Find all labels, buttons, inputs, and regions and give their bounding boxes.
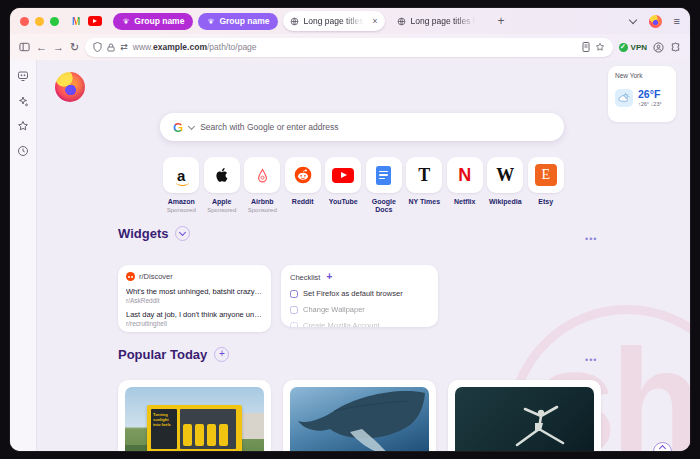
search-bar[interactable]: G — [160, 113, 564, 141]
wikipedia-icon: W — [496, 166, 514, 184]
shortcut-ny-times[interactable]: T NY Times — [404, 157, 445, 214]
youtube-pinned-tab-icon[interactable] — [88, 16, 102, 26]
checklist-item[interactable]: Set Firefox as default browser — [290, 289, 429, 298]
close-window-button[interactable] — [20, 17, 29, 26]
tab-bar: M Group name Group name Long page titles… — [10, 8, 690, 34]
widgets-collapse-button[interactable] — [175, 226, 190, 241]
apple-icon — [214, 166, 230, 184]
tab-group-violet[interactable]: Group name — [198, 13, 278, 30]
partly-cloudy-icon — [615, 89, 633, 107]
shortcut-apple[interactable]: Apple Sponsored — [202, 157, 243, 214]
firefox-menu-icon[interactable] — [649, 15, 662, 28]
list-all-tabs-icon[interactable] — [628, 16, 636, 24]
tab-inactive[interactable]: Long page titles fade off — [390, 11, 486, 31]
popular-card-dancer[interactable] — [448, 380, 601, 451]
account-icon[interactable] — [653, 42, 664, 53]
shortcut-wikipedia[interactable]: W Wikipedia — [485, 157, 526, 214]
back-button[interactable]: ← — [36, 42, 47, 53]
popular-card-whale[interactable] — [283, 380, 436, 451]
airbnb-icon — [254, 167, 271, 184]
main-area: sh New York 26°F ↑26° ↓23° G — [10, 60, 690, 451]
bookmark-star-icon[interactable] — [595, 42, 605, 52]
amazon-icon: a — [177, 168, 185, 183]
minimize-window-button[interactable] — [35, 17, 44, 26]
shortcut-youtube[interactable]: YouTube — [323, 157, 364, 214]
bookmarks-icon[interactable] — [17, 120, 29, 132]
tab-group-icon — [122, 17, 130, 25]
tab-group-label: Group name — [219, 16, 269, 26]
chevron-down-icon — [179, 229, 186, 236]
popular-more-options-icon[interactable]: ••• — [585, 355, 597, 365]
etsy-icon: E — [535, 164, 557, 186]
reddit-discover-widget[interactable]: r/Discover Wht's the most unhinged, bats… — [118, 265, 271, 332]
browser-window: M Group name Group name Long page titles… — [10, 8, 690, 451]
reload-button[interactable]: ↻ — [70, 42, 79, 53]
shortcut-etsy[interactable]: E Etsy — [526, 157, 567, 214]
checklist-item[interactable]: Create Mozilla Account — [290, 321, 429, 327]
checklist-item[interactable]: Change Wallpaper — [290, 305, 429, 314]
plus-icon: + — [219, 349, 225, 359]
widgets-more-options-icon[interactable]: ••• — [585, 234, 597, 244]
sparkle-icon[interactable] — [17, 95, 29, 107]
checkbox[interactable] — [290, 306, 298, 314]
reddit-post[interactable]: Last day at job, I don't think anyone un… — [126, 310, 263, 327]
navbar-right-icons: ✓ VPN — [619, 42, 681, 53]
popular-card-solar[interactable]: Turning sunlight into fuels — [118, 380, 271, 451]
checklist-widget[interactable]: Checklist + Set Firefox as default brows… — [281, 265, 438, 327]
shortcut-google-docs[interactable]: Google Docs — [364, 157, 405, 214]
lock-icon[interactable] — [107, 43, 115, 52]
hamburger-menu-icon[interactable]: ≡ — [674, 15, 680, 27]
tab-active[interactable]: Long page titles fade off × — [283, 11, 385, 31]
extensions-icon[interactable] — [670, 42, 681, 53]
forward-button[interactable]: → — [53, 42, 64, 53]
globe-icon — [397, 17, 406, 26]
popular-title: Popular Today — [118, 347, 207, 362]
popular-add-button[interactable]: + — [214, 347, 229, 362]
shortcut-reddit[interactable]: Reddit — [283, 157, 324, 214]
checkbox[interactable] — [290, 290, 298, 298]
window-controls — [20, 17, 59, 26]
gmail-pinned-tab-icon[interactable]: M — [72, 16, 80, 27]
shortcuts-row: a Amazon Sponsored Apple Sponsored Airbn… — [161, 157, 566, 214]
checkbox[interactable] — [290, 322, 298, 328]
globe-icon — [290, 17, 299, 26]
firefox-logo — [55, 72, 85, 102]
new-tab-button[interactable]: + — [491, 14, 510, 28]
search-input[interactable] — [200, 122, 551, 132]
weather-high-low: ↑26° ↓23° — [638, 101, 662, 107]
google-docs-icon — [376, 166, 391, 185]
google-logo-icon: G — [173, 120, 183, 135]
reddit-widget-title: r/Discover — [139, 272, 173, 281]
vpn-label: VPN — [631, 43, 647, 52]
reader-mode-icon[interactable] — [582, 42, 590, 52]
history-clock-icon[interactable] — [17, 145, 29, 157]
shortcut-amazon[interactable]: a Amazon Sponsored — [161, 157, 202, 214]
reddit-post[interactable]: Wht's the most unhinged, batshit crazy p… — [126, 287, 263, 304]
tab-group-magenta[interactable]: Group name — [113, 13, 193, 30]
weather-city: New York — [615, 72, 669, 79]
navigation-bar: ← → ↻ ⇄ www.example.com/path/to/page ✓ V… — [10, 34, 690, 60]
vpn-badge[interactable]: ✓ VPN — [619, 43, 647, 52]
sidebar-rail — [10, 60, 37, 451]
sidebar-toggle-icon[interactable] — [19, 42, 30, 52]
weather-widget[interactable]: New York 26°F ↑26° ↓23° — [608, 66, 676, 122]
humpback-whale-image — [290, 387, 429, 451]
tab-group-icon — [207, 17, 215, 25]
url-bar[interactable]: ⇄ www.example.com/path/to/page — [85, 38, 612, 57]
maximize-window-button[interactable] — [50, 17, 59, 26]
weather-temp: 26°F — [638, 88, 662, 100]
vpn-check-icon: ✓ — [619, 43, 628, 52]
chevron-up-icon — [659, 445, 666, 451]
close-tab-icon[interactable]: × — [371, 16, 378, 26]
url-text: www.example.com/path/to/page — [133, 42, 577, 52]
shortcut-airbnb[interactable]: Airbnb Sponsored — [242, 157, 283, 214]
ai-chatbot-icon[interactable] — [17, 70, 29, 82]
shortcut-netflix[interactable]: N Netflix — [445, 157, 486, 214]
tracking-shield-icon[interactable] — [93, 42, 102, 52]
checklist-add-button[interactable]: + — [326, 272, 332, 282]
scroll-indicator-button[interactable] — [653, 442, 672, 451]
new-tab-page: sh New York 26°F ↑26° ↓23° G — [37, 60, 690, 451]
search-engine-chevron-icon[interactable] — [188, 122, 195, 129]
solar-container-image: Turning sunlight into fuels — [125, 387, 264, 451]
container-swap-icon[interactable]: ⇄ — [120, 43, 128, 52]
